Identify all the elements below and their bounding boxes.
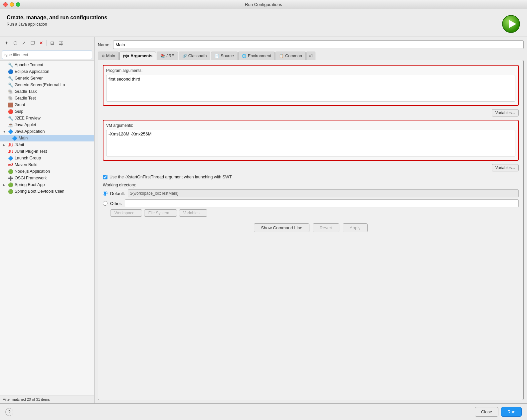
tab-main-label: Main	[106, 54, 115, 58]
close-button[interactable]	[3, 2, 8, 7]
tree-item-j2ee[interactable]: 🔧 J2EE Preview	[0, 115, 94, 121]
revert-button[interactable]: Revert	[313, 223, 339, 232]
tab-common[interactable]: 📋 Common	[275, 52, 306, 60]
tab-main[interactable]: ⚙ Main	[98, 52, 119, 60]
wd-default-radio-label: Default:	[110, 191, 125, 196]
tree-item-grunt[interactable]: 🟫 Grunt	[0, 102, 94, 108]
export-button[interactable]: ↗	[20, 39, 28, 47]
new-proto-button[interactable]: ⬡	[11, 39, 19, 47]
bottom-right: Close Run	[475, 407, 522, 417]
item-icon: 🐘	[8, 89, 13, 94]
program-args-variables-button[interactable]: Variables...	[492, 109, 519, 116]
tree-item-eclipse-application[interactable]: 🔵 Eclipse Application	[0, 68, 94, 75]
tree-item-main[interactable]: 🔷 Main	[0, 135, 94, 141]
wd-other-input[interactable]	[125, 199, 519, 207]
show-command-line-button[interactable]: Show Command Line	[254, 223, 309, 232]
new-config-button[interactable]: ✦	[3, 39, 11, 47]
wd-other-radio-label: Other:	[110, 201, 122, 206]
help-button[interactable]: ?	[5, 408, 13, 416]
window-title: Run Configurations	[245, 2, 282, 7]
tree-item-gulp[interactable]: 🔴 Gulp	[0, 108, 94, 115]
item-icon: 🔷	[12, 135, 17, 141]
item-icon: ☕	[8, 122, 13, 127]
tab-arguments[interactable]: (x)= Arguments	[119, 52, 156, 60]
tree-item-junit[interactable]: ▶ JU JUnit	[0, 141, 94, 148]
item-label: Spring Boot App	[15, 182, 45, 187]
tab-common-label: Common	[285, 54, 302, 58]
item-icon: m2	[8, 162, 13, 167]
tree-item-gradle-task[interactable]: 🐘 Gradle Task	[0, 88, 94, 95]
name-input[interactable]	[113, 40, 524, 49]
item-icon: 🐘	[8, 96, 13, 101]
tab-arguments-label: Arguments	[130, 54, 152, 58]
item-icon: 🔵	[8, 69, 13, 74]
middle-btn-row: Show Command Line Revert Apply	[103, 220, 519, 236]
left-toolbar: ✦ ⬡ ↗ ❐ ✕ ⊟ ⇶	[0, 37, 94, 49]
maximize-button[interactable]	[16, 2, 20, 7]
collapse-button[interactable]: ⊟	[48, 39, 56, 47]
right-panel: Name: ⚙ Main (x)= Arguments 📚 JRE 🔗 Clas…	[94, 37, 527, 403]
tree-item-spring-boot[interactable]: ▶ 🟢 Spring Boot App	[0, 181, 94, 188]
filter-input[interactable]	[2, 51, 92, 59]
tree-item-osgi[interactable]: ➕ OSGi Framework	[0, 175, 94, 181]
tab-environment[interactable]: 🌐 Environment	[238, 52, 275, 60]
tree-item-spring-devtools[interactable]: 🟢 Spring Boot Devtools Clien	[0, 188, 94, 195]
main-tab-icon: ⚙	[101, 54, 105, 58]
tab-jre-label: JRE	[166, 54, 174, 58]
wd-default-radio[interactable]	[103, 191, 107, 196]
environment-tab-icon: 🌐	[242, 54, 247, 58]
item-label: Launch Group	[15, 156, 41, 160]
vm-args-input[interactable]: -Xms128M -Xmx256M	[106, 130, 515, 156]
tree-item-java-applet[interactable]: ☕ Java Applet	[0, 121, 94, 128]
tree-item-apache-tomcat[interactable]: 🔧 Apache Tomcat	[0, 62, 94, 68]
minimize-button[interactable]	[10, 2, 14, 7]
wd-filesystem-button[interactable]: File System...	[144, 209, 177, 217]
wd-variables-button[interactable]: Variables...	[179, 209, 207, 217]
wd-btn-row: Workspace... File System... Variables...	[103, 209, 519, 217]
tab-overflow[interactable]: »1	[306, 52, 315, 60]
program-args-input[interactable]: first second third	[106, 75, 515, 102]
tree-item-generic-server[interactable]: 🔧 Generic Server	[0, 75, 94, 82]
run-button[interactable]: Run	[501, 407, 522, 417]
item-icon: 🟢	[8, 189, 13, 194]
delete-button[interactable]: ✕	[37, 39, 45, 47]
item-icon: JU	[8, 149, 13, 154]
close-button[interactable]: Close	[475, 407, 498, 417]
item-icon: 🔧	[8, 76, 13, 81]
tree-item-java-application[interactable]: ▼ 🔷 Java Application	[0, 128, 94, 135]
tab-overflow-label: »1	[309, 54, 313, 58]
filter-button[interactable]: ⇶	[57, 39, 65, 47]
item-icon: JU	[8, 142, 13, 147]
item-icon: 🔷	[8, 155, 13, 161]
tree-item-generic-server-ext[interactable]: 🔧 Generic Server(External La	[0, 82, 94, 88]
xstart-checkbox[interactable]	[103, 175, 107, 179]
tab-jre[interactable]: 📚 JRE	[157, 52, 178, 60]
left-panel: ✦ ⬡ ↗ ❐ ✕ ⊟ ⇶ 🔧 Apache Tomcat 🔵 Eclipse …	[0, 37, 94, 403]
wd-workspace-button[interactable]: Workspace...	[110, 209, 142, 217]
tab-source[interactable]: 📄 Source	[211, 52, 238, 60]
program-args-section: Program arguments: first second third	[103, 65, 519, 106]
item-icon: 🟢	[8, 182, 13, 187]
apply-button[interactable]: Apply	[343, 223, 368, 232]
item-label: Gulp	[15, 109, 23, 114]
arguments-tab-icon: (x)=	[123, 54, 129, 58]
tree-item-maven[interactable]: m2 Maven Build	[0, 161, 94, 168]
wd-other-row: Other:	[103, 199, 519, 207]
source-tab-icon: 📄	[215, 54, 219, 58]
item-label: Main	[19, 136, 28, 140]
header-area: Create, manage, and run configurations R…	[0, 9, 527, 37]
wd-other-radio[interactable]	[103, 201, 107, 206]
vm-args-variables-button[interactable]: Variables...	[492, 164, 519, 171]
vm-args-variables-row: Variables...	[103, 164, 519, 171]
copy-button[interactable]: ❐	[29, 39, 37, 47]
tree-item-nodejs[interactable]: 🟢 Node.js Application	[0, 168, 94, 175]
tab-source-label: Source	[221, 54, 234, 58]
xstart-checkbox-row: Use the -XstartOnFirstThread argument wh…	[103, 175, 519, 179]
item-label: Generic Server	[15, 76, 43, 81]
tab-classpath[interactable]: 🔗 Classpath	[179, 52, 211, 60]
header-text: Create, manage, and run configurations R…	[7, 15, 107, 27]
jre-tab-icon: 📚	[160, 54, 165, 58]
tree-item-junit-plugin[interactable]: JU JUnit Plug-in Test	[0, 148, 94, 155]
tree-item-gradle-test[interactable]: 🐘 Gradle Test	[0, 95, 94, 102]
tree-item-launch-group[interactable]: 🔷 Launch Group	[0, 155, 94, 161]
